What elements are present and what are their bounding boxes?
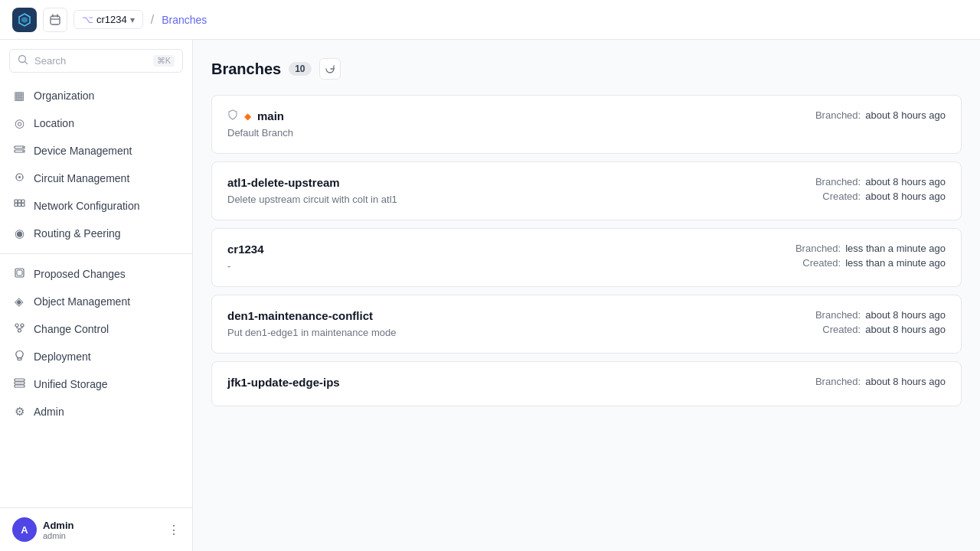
calendar-button[interactable] bbox=[43, 8, 67, 32]
created-label: Created: bbox=[822, 191, 861, 202]
branch-name-row: atl1-delete-upstream bbox=[227, 176, 397, 189]
branched-label: Branched: bbox=[815, 109, 861, 121]
branch-branched-meta: Branched: about 8 hours ago bbox=[815, 109, 946, 121]
branched-value: about 8 hours ago bbox=[865, 309, 946, 321]
page-header: Branches 10 bbox=[211, 58, 962, 80]
branched-value: about 8 hours ago bbox=[865, 109, 946, 121]
branch-name: cr1234 bbox=[227, 243, 264, 256]
page-title: Branches bbox=[211, 60, 281, 78]
admin-icon: ⚙ bbox=[12, 405, 26, 419]
svg-marker-1 bbox=[21, 17, 28, 23]
unified-storage-icon bbox=[12, 377, 26, 391]
sidebar-item-label: Admin bbox=[34, 406, 64, 418]
change-control-icon bbox=[12, 322, 26, 336]
svg-point-8 bbox=[18, 176, 21, 178]
network-configuration-icon bbox=[12, 199, 26, 213]
sidebar-item-object-management[interactable]: ◈ Object Management bbox=[0, 288, 192, 315]
svg-point-7 bbox=[22, 151, 24, 152]
branch-card-right: Branched: less than a minute ago Created… bbox=[795, 243, 946, 269]
created-value: less than a minute ago bbox=[845, 257, 946, 269]
branch-name-row: den1-maintenance-conflict bbox=[227, 309, 396, 322]
svg-rect-10 bbox=[18, 200, 21, 203]
sidebar-item-label: Deployment bbox=[34, 350, 91, 363]
branch-name: den1-maintenance-conflict bbox=[227, 309, 373, 322]
user-details: Admin admin bbox=[43, 520, 74, 540]
created-label: Created: bbox=[822, 324, 861, 335]
branch-card-left: jfk1-update-edge-ips bbox=[227, 376, 340, 392]
branch-icon: ⌥ bbox=[82, 14, 93, 25]
sidebar-item-label: Location bbox=[34, 117, 74, 129]
svg-rect-21 bbox=[15, 382, 24, 384]
branch-branched-meta: Branched: about 8 hours ago bbox=[815, 176, 946, 187]
created-value: about 8 hours ago bbox=[865, 191, 946, 202]
search-bar[interactable]: Search ⌘K bbox=[9, 49, 183, 73]
branched-label: Branched: bbox=[815, 176, 861, 187]
user-more-button[interactable]: ⋮ bbox=[168, 523, 180, 537]
svg-rect-16 bbox=[17, 270, 22, 276]
branch-name-row: cr1234 bbox=[227, 243, 264, 256]
branched-value: about 8 hours ago bbox=[865, 376, 946, 387]
sidebar-item-network-configuration[interactable]: Network Configuration bbox=[0, 192, 192, 220]
created-value: about 8 hours ago bbox=[865, 324, 946, 335]
branch-created-meta: Created: about 8 hours ago bbox=[815, 324, 946, 335]
svg-point-17 bbox=[15, 324, 18, 327]
sidebar-item-organization[interactable]: ▦ Organization bbox=[0, 82, 192, 109]
circuit-management-icon bbox=[12, 171, 26, 185]
branch-card-left: atl1-delete-upstream Delete upstream cir… bbox=[227, 176, 397, 206]
topbar: ⌥ cr1234 ▾ / Branches bbox=[0, 0, 980, 40]
branched-label: Branched: bbox=[815, 376, 861, 387]
branch-card-cr1234[interactable]: cr1234 - Branched: less than a minute ag… bbox=[211, 228, 962, 287]
sidebar-item-label: Circuit Management bbox=[34, 172, 129, 184]
sidebar-item-label: Change Control bbox=[34, 323, 109, 335]
sidebar-item-proposed-changes[interactable]: Proposed Changes bbox=[0, 260, 192, 288]
search-placeholder: Search bbox=[34, 55, 147, 67]
branch-selector[interactable]: ⌥ cr1234 ▾ bbox=[74, 10, 143, 29]
sidebar-item-routing-peering[interactable]: ◉ Routing & Peering bbox=[0, 220, 192, 247]
sidebar-item-label: Routing & Peering bbox=[34, 227, 121, 240]
branched-value: less than a minute ago bbox=[845, 243, 946, 254]
sidebar-item-unified-storage[interactable]: Unified Storage bbox=[0, 370, 192, 398]
branch-description: Default Branch bbox=[227, 127, 293, 139]
sidebar-footer: A Admin admin ⋮ bbox=[0, 507, 192, 551]
search-icon bbox=[18, 54, 28, 67]
chevron-down-icon: ▾ bbox=[130, 15, 135, 25]
sidebar-item-device-management[interactable]: Device Management bbox=[0, 137, 192, 165]
breadcrumb-separator: / bbox=[151, 13, 154, 27]
svg-point-18 bbox=[21, 324, 24, 327]
sidebar-item-admin[interactable]: ⚙ Admin bbox=[0, 398, 192, 425]
diamond-icon: ◆ bbox=[244, 111, 251, 122]
sidebar-item-label: Object Management bbox=[34, 295, 130, 308]
branch-card-right: Branched: about 8 hours ago Created: abo… bbox=[815, 309, 946, 335]
branch-created-meta: Created: about 8 hours ago bbox=[815, 191, 946, 202]
sidebar-item-circuit-management[interactable]: Circuit Management bbox=[0, 165, 192, 192]
branch-card-left: den1-maintenance-conflict Put den1-edge1… bbox=[227, 309, 396, 339]
branch-card-main[interactable]: ◆ main Default Branch Branched: about 8 … bbox=[211, 95, 962, 154]
branched-label: Branched: bbox=[815, 309, 861, 321]
branch-branched-meta: Branched: about 8 hours ago bbox=[815, 376, 946, 387]
branch-card-den1-maintenance-conflict[interactable]: den1-maintenance-conflict Put den1-edge1… bbox=[211, 295, 962, 354]
user-name: Admin bbox=[43, 520, 74, 531]
routing-peering-icon: ◉ bbox=[12, 227, 26, 240]
branch-created-meta: Created: less than a minute ago bbox=[795, 257, 946, 269]
branches-count-badge: 10 bbox=[289, 62, 311, 76]
avatar: A bbox=[12, 517, 37, 542]
branch-description: Put den1-edge1 in maintenance mode bbox=[227, 327, 396, 338]
branch-card-atl1-delete-upstream[interactable]: atl1-delete-upstream Delete upstream cir… bbox=[211, 161, 962, 220]
shield-icon bbox=[227, 109, 238, 122]
branch-name: cr1234 bbox=[96, 14, 127, 25]
sidebar-item-label: Organization bbox=[34, 90, 94, 102]
branch-description: - bbox=[227, 260, 230, 272]
branch-branched-meta: Branched: less than a minute ago bbox=[795, 243, 946, 254]
branch-branched-meta: Branched: about 8 hours ago bbox=[815, 309, 946, 321]
svg-rect-9 bbox=[15, 200, 18, 203]
sidebar-item-change-control[interactable]: Change Control bbox=[0, 315, 192, 343]
sidebar-item-deployment[interactable]: Deployment bbox=[0, 343, 192, 370]
svg-rect-14 bbox=[21, 204, 24, 207]
sidebar-item-label: Unified Storage bbox=[34, 378, 108, 390]
sidebar-item-location[interactable]: ◎ Location bbox=[0, 109, 192, 137]
branch-card-jfk1-update-edge-ips[interactable]: jfk1-update-edge-ips Branched: about 8 h… bbox=[211, 361, 962, 406]
svg-rect-20 bbox=[15, 379, 24, 381]
refresh-button[interactable] bbox=[319, 58, 341, 80]
breadcrumb-branches: Branches bbox=[162, 14, 207, 26]
app-logo[interactable] bbox=[12, 8, 37, 32]
